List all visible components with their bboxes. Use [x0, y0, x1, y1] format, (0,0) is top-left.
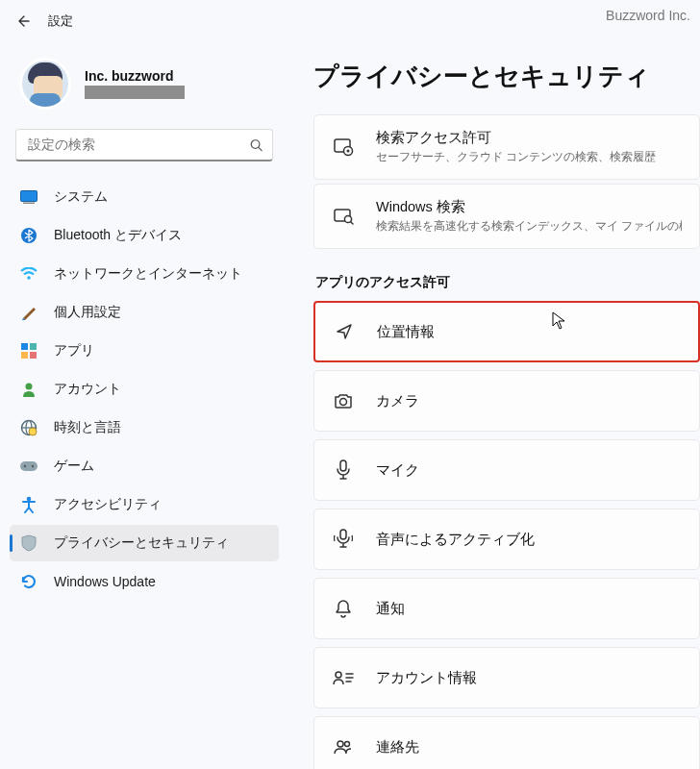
card-title: マイク [376, 461, 682, 480]
card-title: 通知 [376, 600, 682, 618]
update-icon [19, 572, 38, 591]
sidebar-item-gaming[interactable]: ゲーム [10, 448, 279, 484]
sidebar-item-apps[interactable]: アプリ [10, 333, 279, 369]
windows-search-icon [332, 205, 355, 228]
sidebar-item-label: Bluetooth とデバイス [54, 227, 182, 244]
svg-rect-2 [21, 191, 38, 202]
gamepad-icon [19, 457, 38, 476]
svg-line-24 [351, 222, 354, 225]
sidebar-item-label: ゲーム [54, 458, 94, 475]
svg-point-16 [24, 465, 26, 467]
main-content: プライバシーとセキュリティ 検索アクセス許可 セーフサーチ、クラウド コンテンツ… [288, 37, 700, 769]
sidebar-item-system[interactable]: システム [10, 179, 279, 215]
globe-clock-icon [19, 418, 38, 437]
card-subtitle: 検索結果を高速化する検索インデックス、マイ ファイルの検索、検索から除 [376, 218, 682, 235]
svg-point-25 [340, 399, 347, 406]
header: 設定 [0, 0, 700, 37]
svg-point-17 [32, 465, 34, 467]
svg-point-5 [27, 276, 31, 280]
svg-point-10 [26, 384, 33, 390]
location-icon [333, 320, 356, 343]
card-windows-search[interactable]: Windows 検索 検索結果を高速化する検索インデックス、マイ ファイルの検索… [313, 184, 700, 249]
svg-rect-27 [340, 530, 346, 539]
sidebar-item-label: 個人用設定 [54, 304, 121, 321]
paintbrush-icon [19, 303, 38, 322]
svg-rect-6 [21, 343, 28, 350]
sidebar-item-label: アプリ [54, 342, 94, 360]
profile-name: Inc. buzzword [85, 68, 185, 84]
sidebar-item-time-language[interactable]: 時刻と言語 [10, 409, 279, 446]
card-notifications[interactable]: 通知 [313, 578, 700, 639]
back-arrow-icon [15, 13, 31, 29]
card-title: 連絡先 [376, 738, 682, 757]
voice-activation-icon [332, 528, 355, 551]
svg-point-28 [336, 672, 341, 678]
back-button[interactable] [8, 6, 38, 37]
camera-icon [332, 389, 355, 412]
bell-icon [332, 597, 355, 620]
page-title: プライバシーとセキュリティ [313, 60, 700, 93]
svg-rect-7 [30, 343, 37, 350]
search-input[interactable] [15, 129, 273, 161]
header-title: 設定 [48, 13, 73, 30]
search-wrap [15, 129, 273, 161]
card-microphone[interactable]: マイク [313, 439, 700, 501]
sidebar: Inc. buzzword システム Bluetooth とデバイス [0, 37, 288, 769]
sidebar-item-accessibility[interactable]: アクセシビリティ [10, 486, 279, 523]
nav: システム Bluetooth とデバイス ネットワークとインターネット 個人用設… [6, 177, 283, 604]
card-location[interactable]: 位置情報 [313, 301, 700, 362]
sidebar-item-bluetooth[interactable]: Bluetooth とデバイス [10, 217, 279, 254]
sidebar-item-label: プライバシーとセキュリティ [54, 534, 229, 552]
sidebar-item-label: 時刻と言語 [54, 419, 121, 436]
accessibility-icon [19, 495, 38, 514]
sidebar-item-network[interactable]: ネットワークとインターネット [10, 256, 279, 292]
shield-icon [19, 533, 38, 553]
sidebar-item-label: ネットワークとインターネット [54, 265, 242, 283]
bluetooth-icon [19, 226, 38, 245]
card-title: Windows 検索 [376, 198, 682, 216]
svg-point-18 [27, 497, 32, 502]
wifi-icon [19, 264, 38, 284]
section-title-app-permissions: アプリのアクセス許可 [315, 274, 700, 291]
card-voice-activation[interactable]: 音声によるアクティブ化 [313, 509, 700, 570]
card-search-permissions[interactable]: 検索アクセス許可 セーフサーチ、クラウド コンテンツの検索、検索履歴 [313, 114, 700, 180]
svg-rect-8 [21, 352, 28, 359]
apps-icon [19, 341, 38, 360]
svg-rect-26 [340, 460, 346, 471]
svg-rect-15 [20, 461, 38, 471]
system-icon [19, 187, 38, 207]
card-camera[interactable]: カメラ [313, 370, 700, 432]
watermark: Buzzword Inc. [606, 8, 690, 23]
card-title: アカウント情報 [376, 669, 682, 687]
avatar [19, 58, 71, 110]
card-title: 音声によるアクティブ化 [376, 531, 682, 549]
account-icon [19, 380, 38, 399]
card-contacts[interactable]: 連絡先 [313, 716, 700, 769]
contacts-icon [332, 735, 355, 758]
sidebar-item-label: システム [54, 188, 108, 206]
search-icon [249, 138, 263, 153]
svg-line-1 [259, 147, 262, 150]
svg-point-32 [338, 741, 343, 747]
card-title: 検索アクセス許可 [376, 129, 682, 147]
profile-block[interactable]: Inc. buzzword [6, 40, 283, 129]
svg-point-33 [345, 742, 350, 747]
card-title: 位置情報 [377, 323, 681, 341]
sidebar-item-windows-update[interactable]: Windows Update [10, 563, 279, 600]
profile-email-redacted [85, 86, 185, 99]
sidebar-item-personalization[interactable]: 個人用設定 [10, 294, 279, 331]
microphone-icon [332, 459, 355, 482]
sidebar-item-accounts[interactable]: アカウント [10, 371, 279, 408]
sidebar-item-label: アカウント [54, 381, 121, 398]
svg-point-21 [347, 150, 350, 153]
card-subtitle: セーフサーチ、クラウド コンテンツの検索、検索履歴 [376, 149, 682, 165]
sidebar-item-label: Windows Update [54, 574, 156, 589]
svg-rect-3 [23, 203, 35, 205]
account-info-icon [332, 666, 355, 689]
svg-rect-9 [30, 352, 37, 359]
card-account-info[interactable]: アカウント情報 [313, 647, 700, 708]
svg-point-14 [29, 428, 37, 435]
sidebar-item-privacy[interactable]: プライバシーとセキュリティ [10, 525, 279, 561]
sidebar-item-label: アクセシビリティ [54, 496, 162, 513]
card-title: カメラ [376, 392, 682, 410]
